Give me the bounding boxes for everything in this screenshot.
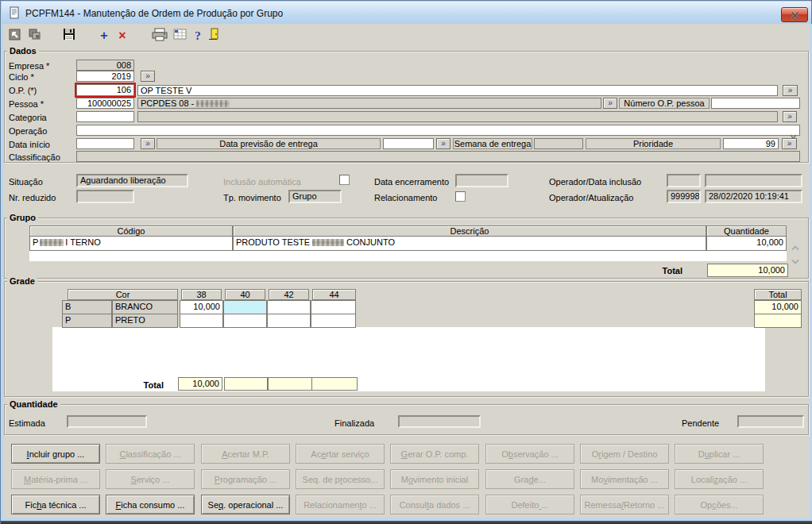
grade-cell-selected[interactable] bbox=[223, 300, 267, 314]
relacionamento-checkbox[interactable] bbox=[455, 191, 466, 202]
operador-atualizacao-label: Operador/Atualização bbox=[549, 193, 633, 202]
close-button[interactable] bbox=[781, 7, 808, 22]
empresa-field: 008 bbox=[76, 60, 134, 71]
categoria-field[interactable] bbox=[76, 111, 134, 122]
grupo-header-codigo: Código bbox=[29, 225, 233, 237]
operacao-label: Operação bbox=[9, 126, 47, 136]
inclusao-automatica-checkbox[interactable] bbox=[339, 175, 350, 185]
delete-icon[interactable]: × bbox=[113, 28, 132, 45]
grade-row-code: B bbox=[62, 300, 112, 314]
movimentacao-button: Movimentação ... bbox=[580, 469, 669, 489]
semana-entrega-label: Semana de entrega bbox=[453, 138, 532, 149]
incluir-grupo-button[interactable]: Incluir grupo ... bbox=[11, 444, 100, 464]
seq-de-processo-button: Seq. de processo... bbox=[296, 469, 385, 489]
nr-reduzido-field bbox=[76, 190, 134, 203]
grupo-cell-quantidade[interactable]: 10,000 bbox=[706, 236, 787, 251]
ciclo-field[interactable]: 2019 bbox=[76, 71, 134, 82]
pessoa-description-field: PCPDES 08 - bbox=[137, 98, 601, 109]
prioridade-field[interactable]: 99 bbox=[723, 138, 779, 149]
grupo-cell-descricao[interactable]: PRODUTO TESTECONJUNTO bbox=[233, 236, 706, 251]
grid-icon[interactable] bbox=[171, 28, 190, 45]
scroll-up-icon[interactable] bbox=[791, 240, 799, 254]
grupo-header-quantidade: Quantidade bbox=[706, 225, 787, 237]
tp-movimento-label: Tp. movimento bbox=[223, 193, 281, 202]
ficha-tecnica-button[interactable]: Ficha técnica ... bbox=[11, 495, 100, 514]
previsao-entrega-field[interactable] bbox=[383, 138, 434, 149]
grade-col-total bbox=[224, 377, 268, 391]
empresa-label: Empresa * bbox=[9, 61, 49, 71]
operador-atualizacao-code-field: 999998 bbox=[667, 190, 701, 203]
grade-cell[interactable] bbox=[311, 300, 356, 314]
ciclo-label: Ciclo * bbox=[9, 72, 34, 82]
pendente-label: Pendente bbox=[682, 418, 719, 428]
grade-total-label: Total bbox=[92, 380, 164, 390]
operador-atualizacao-date-field: 28/02/2020 10:19:41 bbox=[705, 190, 802, 203]
finalizada-field bbox=[398, 415, 481, 428]
estimada-field bbox=[67, 415, 147, 428]
previsao-calendar-button[interactable]: » bbox=[436, 138, 450, 149]
defeito-button: Defeito ... bbox=[485, 495, 574, 514]
grade-legend: Grade bbox=[7, 276, 37, 286]
acertar-servico-button: Acertar serviço bbox=[296, 444, 385, 464]
pessoa-lookup-button[interactable]: » bbox=[603, 98, 617, 109]
op-description-field[interactable]: OP TESTE V bbox=[137, 85, 778, 96]
estimada-label: Estimada bbox=[9, 418, 45, 428]
programacao-button: Programação ... bbox=[201, 469, 290, 489]
grade-header-size: 42 bbox=[269, 289, 309, 300]
pessoa-field[interactable]: 100000025 bbox=[76, 98, 134, 109]
duplicar-button: Duplicar ... bbox=[675, 444, 764, 464]
grupo-cell-codigo[interactable]: PI TERNO bbox=[29, 236, 233, 251]
grade-row-color: BRANCO bbox=[112, 300, 178, 314]
localizacao-button: Localização ... bbox=[675, 469, 764, 489]
observacao-button: Observação ... bbox=[485, 444, 574, 464]
grade-cell[interactable] bbox=[267, 314, 311, 328]
print-icon[interactable] bbox=[150, 28, 169, 45]
operador-inclusao-date-field bbox=[705, 174, 802, 187]
categoria-lookup-button[interactable]: » bbox=[783, 111, 797, 122]
ficha-consumo-button[interactable]: Ficha consumo ... bbox=[106, 495, 195, 514]
ciclo-lookup-button[interactable]: » bbox=[141, 71, 155, 82]
window-frame bbox=[1, 24, 4, 521]
document-icon bbox=[8, 6, 21, 22]
numero-op-pessoa-label: Número O.P. pessoa bbox=[619, 98, 710, 109]
goto-record-icon[interactable] bbox=[6, 28, 25, 45]
window-shadow bbox=[1, 521, 812, 524]
grade-cell[interactable] bbox=[267, 300, 311, 314]
categoria-label: Categoria bbox=[9, 113, 47, 122]
numero-op-pessoa-field[interactable] bbox=[711, 98, 800, 109]
add-icon[interactable]: + bbox=[95, 28, 114, 45]
grade-row-code: P bbox=[62, 314, 112, 328]
data-inicio-calendar-button[interactable]: » bbox=[141, 138, 155, 149]
op-label: O.P. (*) bbox=[9, 86, 37, 95]
relacionamento-label: Relacionamento bbox=[374, 193, 438, 202]
exit-icon[interactable] bbox=[204, 28, 223, 45]
grade-cell[interactable]: 10,000 bbox=[180, 300, 223, 314]
finalizada-label: Finalizada bbox=[334, 418, 374, 428]
grupo-total-label: Total bbox=[605, 266, 682, 275]
grade-cell[interactable] bbox=[223, 314, 267, 328]
save-icon[interactable] bbox=[60, 28, 79, 45]
prioridade-lookup-button[interactable]: » bbox=[782, 138, 797, 149]
data-inicio-field[interactable] bbox=[76, 138, 134, 149]
operacao-combobox[interactable] bbox=[76, 125, 800, 136]
grupo-legend: Grupo bbox=[7, 213, 38, 222]
consulta-dados-button: Consulta dados ... bbox=[390, 495, 479, 514]
cascade-windows-icon[interactable] bbox=[25, 28, 44, 45]
remessa-retorno-button: Remessa/Retorno ... bbox=[580, 495, 669, 514]
situacao-field: Aguardando liberação bbox=[76, 174, 188, 187]
grade-col-total: 10,000 bbox=[178, 377, 222, 391]
data-inicio-label: Data início bbox=[9, 140, 50, 149]
grade-cell[interactable] bbox=[311, 314, 356, 328]
inclusao-automatica-label: Inclusão automática bbox=[223, 177, 301, 187]
seq-operacional-button[interactable]: Seq. operacional ... bbox=[201, 495, 290, 514]
redacted-text bbox=[312, 239, 344, 246]
grade-cell[interactable] bbox=[180, 314, 223, 328]
relacionamento-button: Relacionamento ... bbox=[296, 495, 385, 514]
data-encerramento-label: Data encerramento bbox=[374, 177, 449, 187]
servico-button: Serviço ... bbox=[106, 469, 195, 489]
op-lookup-button[interactable]: » bbox=[783, 85, 798, 96]
op-field[interactable]: 106 bbox=[76, 84, 134, 96]
scroll-down-icon[interactable] bbox=[791, 253, 799, 268]
materia-prima-button: Matéria-prima ... bbox=[11, 469, 100, 489]
title-bar: PCPFM144 - Manutenção de Ordem de Produç… bbox=[2, 2, 811, 24]
